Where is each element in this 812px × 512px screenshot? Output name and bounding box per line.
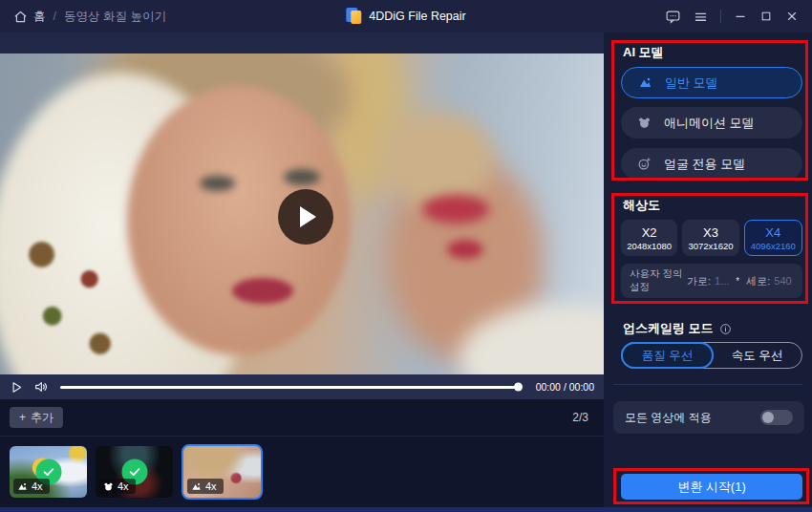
scale-label: 4x <box>32 480 43 492</box>
resolution-scale: X4 <box>765 225 780 240</box>
settings-sidebar: AI 모델 일반 모델 애니메이션 모델 얼굴 전용 모델 해상도 X2 204… <box>604 32 812 512</box>
ai-model-anime-button[interactable]: 애니메이션 모델 <box>621 107 802 139</box>
resolution-x2-button[interactable]: X2 2048x1080 <box>621 220 677 256</box>
ai-model-label: 얼굴 전용 모델 <box>664 156 745 173</box>
height-label: 세로: <box>746 274 770 288</box>
seek-knob[interactable] <box>514 383 523 392</box>
ai-model-title: AI 모델 <box>623 44 664 61</box>
video-bg-blob <box>232 278 292 304</box>
mode-label: 속도 우선 <box>732 348 782 364</box>
custom-resolution-label: 사용자 정의 설정 <box>630 267 683 293</box>
app-title: 4DDiG File Repair <box>369 10 465 23</box>
file-panel: + 추가 2/3 4x 4x <box>0 399 604 512</box>
close-icon[interactable] <box>785 10 799 23</box>
apply-all-panel: 모든 영상에 적용 <box>613 401 804 434</box>
width-label: 가로: <box>687 274 711 288</box>
resolution-size: 4096x2160 <box>751 241 796 251</box>
scale-badge: 4x <box>99 479 136 494</box>
breadcrumb-current: 동영상 화질 높이기 <box>64 9 166 25</box>
thumbnail-portrait[interactable]: 4x <box>182 444 263 500</box>
window-controls <box>665 9 799 25</box>
upscaling-title: 업스케일링 모드 <box>623 320 714 337</box>
face-model-icon <box>637 157 652 171</box>
plus-icon: + <box>19 411 26 424</box>
add-file-button[interactable]: + 추가 <box>10 407 63 428</box>
file-counter: 2/3 <box>572 411 588 424</box>
scale-badge: 4x <box>13 479 50 494</box>
volume-icon[interactable] <box>33 379 49 395</box>
video-bg-blob <box>447 240 483 259</box>
titlebar-divider <box>720 10 721 23</box>
resolution-scale: X2 <box>642 225 657 240</box>
video-bg-blob <box>284 169 320 185</box>
resolution-size: 2048x1080 <box>627 241 672 251</box>
anime-model-icon <box>103 481 114 492</box>
sidebar-divider <box>613 384 802 385</box>
ai-model-label: 애니메이션 모델 <box>664 115 755 132</box>
seek-bar[interactable] <box>60 386 521 389</box>
feedback-icon[interactable] <box>665 9 681 25</box>
mode-label: 품질 우선 <box>642 348 693 364</box>
resolution-size: 3072x1620 <box>688 241 733 251</box>
width-input[interactable]: 1... <box>715 275 729 287</box>
menu-icon[interactable] <box>694 10 708 24</box>
home-label: 홈 <box>33 9 46 25</box>
custom-resolution-row: 사용자 정의 설정 가로: 1... * 세로: 540 <box>621 264 802 298</box>
maximize-icon[interactable] <box>759 10 773 23</box>
app-logo-icon <box>346 8 361 25</box>
video-preview-area <box>0 32 604 374</box>
app-title-group: 4DDiG File Repair <box>346 8 465 25</box>
play-outline-icon[interactable] <box>10 380 24 395</box>
resolution-x4-button[interactable]: X4 4096x2160 <box>744 220 802 256</box>
scale-label: 4x <box>205 480 217 492</box>
anime-model-icon <box>637 116 652 130</box>
video-bg-blob <box>422 195 489 224</box>
thumbnail-list: 4x 4x 4x <box>10 444 263 500</box>
times-separator: * <box>736 276 739 287</box>
home-icon <box>13 10 28 24</box>
image-model-icon <box>17 481 28 492</box>
resolution-title: 해상도 <box>623 197 660 214</box>
start-conversion-button[interactable]: 변환 시작(1) <box>621 474 802 500</box>
video-bg-blob <box>12 221 145 374</box>
breadcrumb: 홈 / 동영상 화질 높이기 <box>13 9 166 25</box>
image-model-icon <box>638 75 652 90</box>
app-window: 홈 / 동영상 화질 높이기 4DDiG File Repair <box>0 0 812 512</box>
scale-badge: 4x <box>187 479 224 494</box>
ai-model-general-button[interactable]: 일반 모델 <box>621 67 802 98</box>
upscaling-title-group: 업스케일링 모드 <box>623 320 732 337</box>
resolution-x3-button[interactable]: X3 3072x1620 <box>682 220 738 256</box>
info-icon[interactable] <box>719 323 732 335</box>
breadcrumb-separator: / <box>53 10 56 23</box>
height-input[interactable]: 540 <box>774 275 791 287</box>
ai-model-label: 일반 모델 <box>665 75 718 92</box>
time-display: 00:00 / 00:00 <box>536 381 594 393</box>
player-controls: 00:00 / 00:00 <box>0 374 604 399</box>
add-file-label: 추가 <box>31 410 53 426</box>
home-button[interactable]: 홈 <box>13 9 46 25</box>
quality-priority-option[interactable]: 품질 우선 <box>621 342 714 369</box>
apply-all-label: 모든 영상에 적용 <box>625 410 712 426</box>
file-divider <box>0 436 604 437</box>
scale-label: 4x <box>118 480 129 492</box>
video-bg-blob <box>380 111 495 207</box>
window-bottom-edge <box>0 507 812 512</box>
image-model-icon <box>191 481 202 492</box>
play-overlay-icon[interactable] <box>278 189 333 245</box>
resolution-scale: X3 <box>703 225 718 240</box>
minimize-icon[interactable] <box>734 10 747 23</box>
thumbnail-anime[interactable]: 4x <box>96 446 173 498</box>
speed-priority-option[interactable]: 속도 우선 <box>713 343 801 368</box>
upscaling-mode-switch: 품질 우선 속도 우선 <box>621 342 802 369</box>
ai-model-face-button[interactable]: 얼굴 전용 모델 <box>621 148 802 180</box>
apply-all-toggle[interactable] <box>760 410 793 425</box>
resolution-options: X2 2048x1080 X3 3072x1620 X4 4096x2160 <box>621 220 802 256</box>
titlebar: 홈 / 동영상 화질 높이기 4DDiG File Repair <box>0 0 812 32</box>
thumbnail-sunflower[interactable]: 4x <box>10 446 87 498</box>
